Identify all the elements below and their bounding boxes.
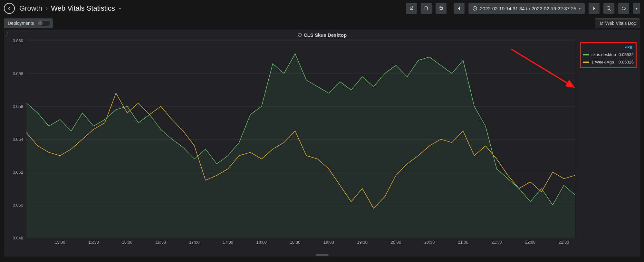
variables-bar: Deployments Web Vitals Doc (0, 17, 644, 30)
legend-header[interactable]: avg (583, 44, 634, 49)
x-tick: 20:30 (424, 240, 435, 245)
x-tick: 17:00 (189, 240, 200, 245)
breadcrumb-title[interactable]: Web Vitals Statistics (51, 4, 115, 13)
x-tick: 18:00 (256, 240, 267, 245)
x-tick: 21:30 (491, 240, 502, 245)
x-tick: 21:00 (458, 240, 468, 245)
x-tick: 19:30 (357, 240, 368, 245)
back-button[interactable] (4, 3, 15, 14)
breadcrumb[interactable]: Growth › Web Vitals Statistics ▾ (19, 4, 121, 13)
share-icon (409, 6, 414, 11)
settings-button[interactable] (436, 3, 447, 14)
breadcrumb-root[interactable]: Growth (19, 4, 42, 13)
caret-down-icon: ▾ (579, 6, 581, 11)
panel-title-text: CLS Skus Desktop (304, 32, 347, 38)
y-tick: 0.048 (13, 236, 23, 240)
save-button[interactable] (421, 3, 432, 14)
legend-series-value: 0.05532 (619, 52, 634, 57)
series-area (26, 54, 575, 238)
panel-info-icon[interactable]: i (6, 32, 7, 37)
time-range-picker[interactable]: 2022-02-19 14:31:34 to 2022-02-19 22:37:… (468, 3, 585, 14)
y-tick: 0.056 (13, 104, 23, 109)
panel-title[interactable]: CLS Skus Desktop (4, 30, 640, 38)
zoom-out-button[interactable] (603, 3, 614, 14)
refresh-button[interactable] (618, 3, 629, 14)
legend-series-name: 1 Week Ago (591, 60, 616, 64)
x-tick: 16:00 (122, 240, 133, 245)
arrow-left-icon (7, 6, 12, 11)
chevron-right-icon (591, 6, 597, 11)
heart-icon (297, 33, 302, 37)
time-range-label: 2022-02-19 14:31:34 to 2022-02-19 22:37:… (480, 6, 576, 11)
y-tick: 0.052 (13, 170, 23, 175)
toggle-switch[interactable] (37, 20, 50, 26)
toggle-knob (38, 21, 43, 25)
web-vitals-doc-link[interactable]: Web Vitals Doc (595, 18, 640, 28)
refresh-interval-picker[interactable]: ▾ (633, 3, 640, 14)
refresh-icon (621, 6, 626, 11)
legend-swatch (583, 62, 589, 63)
x-tick: 17:30 (223, 240, 233, 245)
caret-down-icon[interactable]: ▾ (119, 6, 121, 11)
clock-icon (472, 6, 477, 11)
x-tick: 22:00 (525, 240, 536, 245)
scrollbar-thumb[interactable] (316, 254, 329, 256)
time-prev-button[interactable] (454, 3, 465, 14)
x-tick: 20:00 (391, 240, 401, 245)
y-tick: 0.060 (13, 38, 23, 43)
x-tick: 16:30 (156, 240, 166, 245)
deployments-label: Deployments (8, 21, 34, 26)
legend-swatch (583, 54, 589, 55)
y-tick: 0.050 (13, 203, 23, 208)
x-tick: 19:00 (323, 240, 334, 245)
y-axis: 0.0480.0500.0520.0540.0560.0580.060 (10, 41, 25, 238)
x-tick: 15:30 (88, 240, 99, 245)
save-icon (424, 6, 429, 11)
legend-highlight-box: avg skus.desktop0.055321 Week Ago0.05326 (580, 42, 637, 68)
legend-row[interactable]: 1 Week Ago0.05326 (583, 58, 634, 66)
legend-series-value: 0.05326 (619, 60, 634, 64)
chart-plot-area[interactable]: 0.0480.0500.0520.0540.0560.0580.060 (10, 41, 575, 238)
x-tick: 18:30 (290, 240, 301, 245)
chart-panel: i CLS Skus Desktop 0.0480.0500.0520.0540… (4, 30, 640, 257)
external-link-icon (599, 21, 603, 25)
chevron-right-icon: › (45, 4, 48, 13)
chart-legend: avg skus.desktop0.055321 Week Ago0.05326 (575, 41, 639, 253)
time-next-button[interactable] (589, 3, 600, 14)
x-tick: 22:30 (559, 240, 569, 245)
zoom-out-icon (606, 6, 611, 11)
top-toolbar: Growth › Web Vitals Statistics ▾ 2022-02… (0, 0, 644, 17)
y-tick: 0.054 (13, 137, 23, 142)
gear-icon (438, 6, 444, 11)
deployments-toggle[interactable]: Deployments (4, 18, 53, 28)
chevron-left-icon (457, 6, 462, 11)
legend-row[interactable]: skus.desktop0.05532 (583, 51, 634, 58)
caret-down-icon: ▾ (636, 6, 638, 11)
x-axis: 15:0015:3016:0016:3017:0017:3018:0018:30… (26, 238, 575, 247)
share-button[interactable] (406, 3, 417, 14)
chart-series (26, 41, 575, 238)
legend-series-name: skus.desktop (591, 52, 616, 57)
y-tick: 0.058 (13, 71, 23, 76)
x-tick: 15:00 (55, 240, 65, 245)
doc-link-label: Web Vitals Doc (605, 21, 636, 26)
